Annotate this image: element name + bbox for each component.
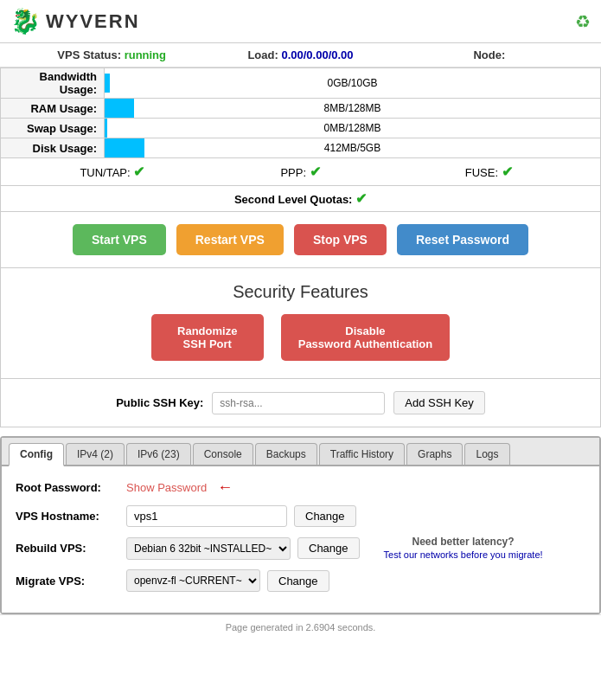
load-label: Load: <box>247 48 278 61</box>
stats-table: Bandwidth Usage: 0GB/10GB RAM Usage: 8MB… <box>0 67 601 158</box>
features-row: TUN/TAP: ✔ PPP: ✔ FUSE: ✔ <box>0 158 601 186</box>
stop-vps-button[interactable]: Stop VPS <box>294 224 387 255</box>
latency-title: Need better latency? <box>384 536 543 548</box>
tab-backups[interactable]: Backups <box>255 443 317 465</box>
bandwidth-row: Bandwidth Usage: 0GB/10GB <box>1 68 601 99</box>
bandwidth-text: 0GB/10GB <box>105 74 600 93</box>
logo-text: WYVERN <box>46 10 140 33</box>
randomize-ssh-port-button[interactable]: RandomizeSSH Port <box>151 314 264 361</box>
vps-status-value: running <box>125 48 166 61</box>
ppp-check: ✔ <box>310 164 321 179</box>
hostname-change-button[interactable]: Change <box>294 505 356 527</box>
swap-text: 0MB/128MB <box>105 119 600 138</box>
fuse-label: FUSE: <box>465 166 498 179</box>
security-section: Security Features RandomizeSSH Port Disa… <box>0 268 601 379</box>
tun-tap-check: ✔ <box>133 164 144 179</box>
tabs-section: Config IPv4 (2) IPv6 (23) Console Backup… <box>0 436 601 614</box>
tabs-header: Config IPv4 (2) IPv6 (23) Console Backup… <box>2 438 599 466</box>
start-vps-button[interactable]: Start VPS <box>73 224 166 255</box>
latency-link[interactable]: Test our networks before you migrate! <box>384 549 543 560</box>
fuse-check: ✔ <box>502 164 513 179</box>
quotas-row: Second Level Quotas: ✔ <box>0 186 601 212</box>
tab-logs[interactable]: Logs <box>464 443 509 465</box>
vps-hostname-row: VPS Hostname: Change <box>16 505 585 527</box>
fuse-feature: FUSE: ✔ <box>394 164 583 180</box>
restart-vps-button[interactable]: Restart VPS <box>176 224 284 255</box>
latency-box: Need better latency? Test our networks b… <box>384 536 543 561</box>
migrate-vps-row: Migrate VPS: openvz-fl ~CURRENT~ Change <box>16 569 585 592</box>
tun-tap-label: TUN/TAP: <box>80 166 130 179</box>
ram-row: RAM Usage: 8MB/128MB <box>1 99 601 119</box>
add-ssh-key-button[interactable]: Add SSH Key <box>393 391 485 414</box>
bandwidth-label: Bandwidth Usage: <box>1 68 105 99</box>
vps-hostname-label: VPS Hostname: <box>16 510 119 523</box>
swap-label: Swap Usage: <box>1 119 105 138</box>
reset-password-button[interactable]: Reset Password <box>397 224 528 255</box>
security-title: Security Features <box>18 282 583 302</box>
tab-ipv6[interactable]: IPv6 (23) <box>126 443 191 465</box>
ram-text: 8MB/128MB <box>105 99 600 118</box>
page-footer: Page generated in 2.6904 seconds. <box>0 614 601 639</box>
rebuild-vps-row: Rebuild VPS: Debian 6 32bit ~INSTALLED~ … <box>16 536 585 561</box>
disk-text: 412MB/5GB <box>105 138 600 157</box>
action-buttons: Start VPS Restart VPS Stop VPS Reset Pas… <box>0 212 601 268</box>
root-password-label: Root Password: <box>16 481 119 494</box>
tab-graphs[interactable]: Graphs <box>406 443 463 465</box>
tab-traffic-history[interactable]: Traffic History <box>319 443 405 465</box>
security-buttons: RandomizeSSH Port DisablePassword Authen… <box>18 314 583 361</box>
load-value: 0.00/0.00/0.00 <box>281 48 353 61</box>
ppp-feature: PPP: ✔ <box>207 164 395 180</box>
tab-config[interactable]: Config <box>9 443 64 466</box>
load-status: Load: 0.00/0.00/0.00 <box>206 48 394 61</box>
ppp-label: PPP: <box>280 166 306 179</box>
migrate-vps-label: Migrate VPS: <box>16 575 119 588</box>
status-bar: VPS Status: running Load: 0.00/0.00/0.00… <box>0 43 601 67</box>
disable-password-auth-button[interactable]: DisablePassword Authentication <box>281 314 451 361</box>
migrate-change-button[interactable]: Change <box>267 570 329 592</box>
quotas-label: Second Level Quotas: <box>234 193 353 206</box>
vps-hostname-input[interactable] <box>126 505 287 527</box>
tab-ipv4[interactable]: IPv4 (2) <box>66 443 125 465</box>
vps-status-label: VPS Status: <box>57 48 121 61</box>
footer-text: Page generated in 2.6904 seconds. <box>226 622 376 633</box>
quotas-check: ✔ <box>355 191 367 206</box>
tun-tap-feature: TUN/TAP: ✔ <box>18 164 207 180</box>
ram-label: RAM Usage: <box>1 99 105 119</box>
disk-label: Disk Usage: <box>1 138 105 158</box>
arrow-indicator: ← <box>217 478 233 497</box>
refresh-icon[interactable]: ♻ <box>575 11 591 32</box>
logo-area: 🐉 WYVERN <box>10 7 140 35</box>
rebuild-vps-label: Rebuild VPS: <box>16 542 119 555</box>
node-label: Node: <box>473 48 505 61</box>
header: 🐉 WYVERN ♻ <box>0 0 601 43</box>
ssh-key-label: Public SSH Key: <box>116 396 203 409</box>
config-tab-content: Root Password: Show Password ← VPS Hostn… <box>2 466 599 613</box>
root-password-row: Root Password: Show Password ← <box>16 478 585 497</box>
disk-row: Disk Usage: 412MB/5GB <box>1 138 601 158</box>
node-status: Node: <box>395 48 584 61</box>
tab-console[interactable]: Console <box>193 443 253 465</box>
swap-row: Swap Usage: 0MB/128MB <box>1 119 601 138</box>
vps-status: VPS Status: running <box>17 48 206 61</box>
ssh-key-input[interactable] <box>212 392 385 414</box>
ssh-key-row: Public SSH Key: Add SSH Key <box>0 379 601 427</box>
logo-dragon-icon: 🐉 <box>10 7 41 35</box>
rebuild-change-button[interactable]: Change <box>297 537 360 559</box>
show-password-link[interactable]: Show Password <box>126 481 207 494</box>
migrate-vps-select[interactable]: openvz-fl ~CURRENT~ <box>126 569 260 592</box>
rebuild-vps-select[interactable]: Debian 6 32bit ~INSTALLED~ <box>126 537 291 560</box>
